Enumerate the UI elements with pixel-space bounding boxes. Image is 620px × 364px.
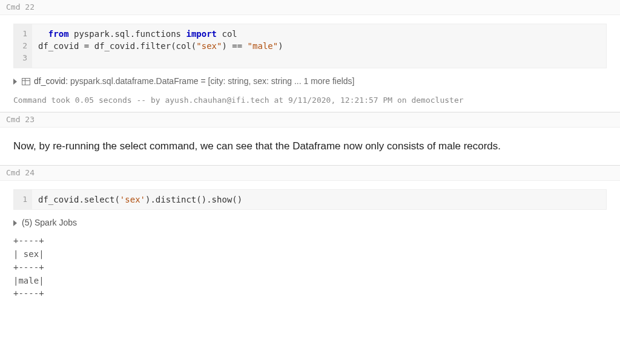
output-area: df_covid: pyspark.sql.dataframe.DataFram… [13, 73, 607, 90]
code-block[interactable]: 1 df_covid.select('sex').distinct().show… [13, 189, 607, 210]
cell-cmd22: Cmd 22 1 2 3 from pyspark.sql.functions … [0, 0, 620, 112]
ascii-output: +----+ | sex| +----+ |male| +----+ [13, 235, 607, 300]
spark-jobs-label: (5) Spark Jobs [22, 217, 77, 229]
schema-text: df_covid: pyspark.sql.dataframe.DataFram… [34, 76, 355, 88]
gutter-line: 1 [20, 193, 27, 206]
gutter-line: 3 [20, 52, 27, 64]
code-line: from pyspark.sql.functions import col [38, 28, 600, 40]
schema-row[interactable]: df_covid: pyspark.sql.dataframe.DataFram… [13, 73, 607, 90]
code-line: df_covid = df_covid.filter(col("sex") ==… [38, 40, 600, 52]
code-lines[interactable]: df_covid.select('sex').distinct().show() [32, 190, 606, 209]
expand-arrow-icon[interactable] [13, 79, 17, 85]
line-gutter: 1 [14, 190, 32, 209]
code-lines[interactable]: from pyspark.sql.functions import col df… [32, 24, 606, 68]
gutter-line: 2 [20, 40, 27, 52]
cmd-header: Cmd 24 [0, 166, 620, 181]
cmd-header: Cmd 23 [0, 112, 620, 128]
spark-jobs-toggle[interactable]: (5) Spark Jobs [13, 215, 607, 233]
gutter-line: 1 [20, 28, 27, 40]
output-area: (5) Spark Jobs +----+ | sex| +----+ |mal… [13, 215, 607, 301]
code-line: df_covid.select('sex').distinct().show() [38, 193, 600, 206]
expand-arrow-icon[interactable] [13, 220, 17, 226]
line-gutter: 1 2 3 [14, 24, 32, 68]
code-block[interactable]: 1 2 3 from pyspark.sql.functions import … [13, 24, 607, 68]
status-line: Command took 0.05 seconds -- by ayush.ch… [13, 95, 607, 106]
markdown-text: Now, by re-running the select command, w… [0, 128, 620, 165]
cmd-header: Cmd 22 [0, 0, 620, 15]
cell-cmd24: Cmd 24 1 df_covid.select('sex').distinct… [0, 166, 620, 301]
table-icon [22, 78, 30, 85]
cell-cmd23: Cmd 23 Now, by re-running the select com… [0, 112, 620, 166]
code-line [38, 52, 600, 64]
